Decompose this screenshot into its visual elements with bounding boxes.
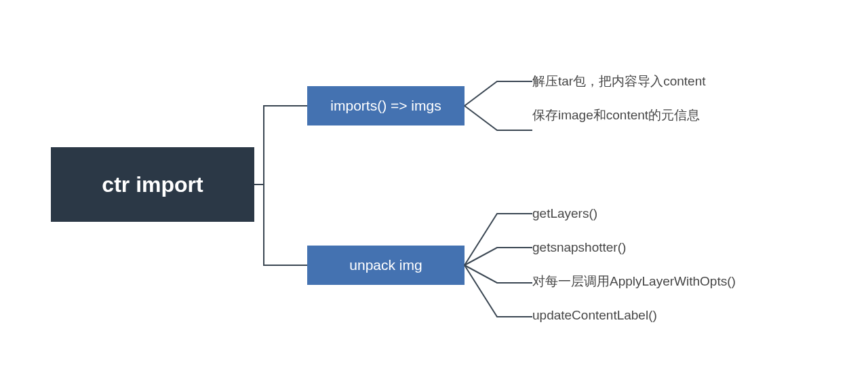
root-label: ctr import (102, 172, 203, 197)
connector-branch1-leaves (465, 73, 532, 138)
leaf-unpack-0: getLayers() (532, 200, 597, 227)
branch-unpack-label: unpack img (349, 257, 422, 273)
leaf-imports-0: 解压tar包，把内容导入content (532, 68, 706, 95)
branch-imports: imports() => imgs (307, 86, 465, 125)
leaf-unpack-3: updateContentLabel() (532, 302, 657, 329)
leaf-unpack-1: getsnapshotter() (532, 234, 626, 261)
connector-root-branches (254, 104, 307, 267)
leaf-imports-1: 保存image和content的元信息 (532, 102, 700, 129)
connector-branch2-leaves (465, 199, 532, 334)
branch-imports-label: imports() => imgs (330, 98, 441, 114)
root-node: ctr import (51, 147, 254, 222)
leaf-unpack-2: 对每一层调用ApplyLayerWithOpts() (532, 268, 736, 295)
branch-unpack: unpack img (307, 246, 465, 285)
